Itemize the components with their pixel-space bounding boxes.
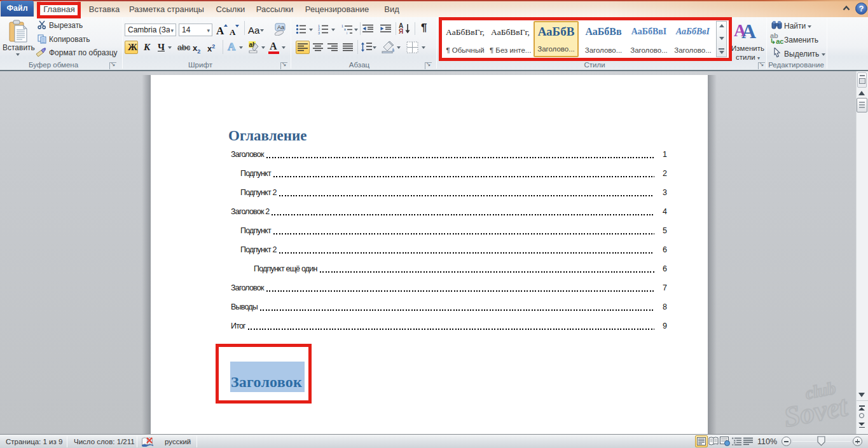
svg-text:Aа: Aа: [277, 24, 284, 31]
svg-text:3: 3: [318, 31, 320, 35]
svg-text:a: a: [344, 27, 346, 31]
svg-text:1: 1: [341, 24, 343, 28]
svg-text:i: i: [347, 31, 347, 34]
